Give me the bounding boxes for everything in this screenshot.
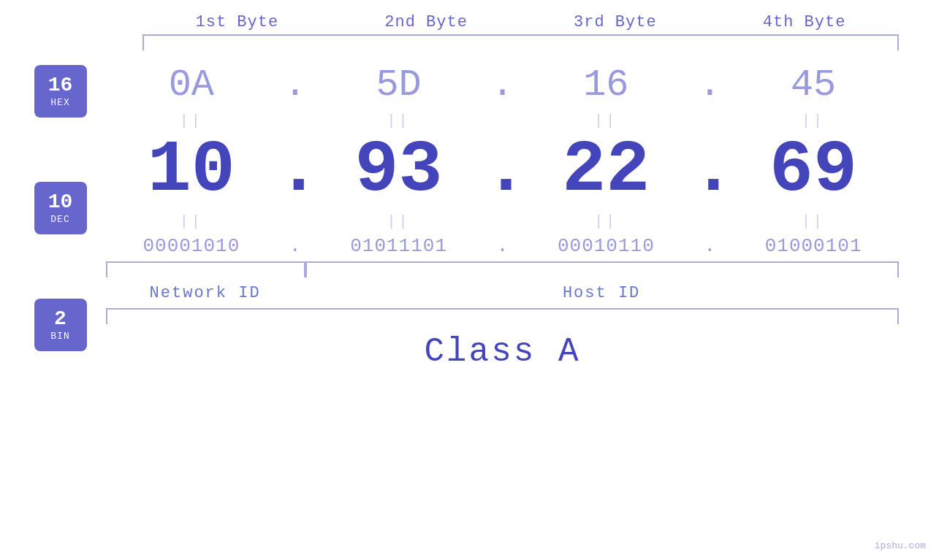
page-wrapper: 1st Byte 2nd Byte 3rd Byte 4th Byte 16 H… [0,0,939,560]
dec-val-4: 69 [728,134,899,207]
hex-dot-3: . [691,64,728,107]
hex-dot-1: . [277,64,313,107]
host-bracket [305,261,899,277]
eq2-2: || [313,213,484,230]
eq1-2: || [313,112,484,129]
hex-badge-num: 16 [48,74,73,97]
hex-badge: 16 HEX [34,65,87,118]
bin-dot-2: . [484,235,521,257]
net-host-bracket-row [106,261,899,277]
eq1-1: || [106,112,277,129]
hex-val-2: 5D [313,64,484,107]
dec-badge-label: DEC [50,214,69,225]
full-bottom-bracket [106,308,899,324]
hex-val-3: 16 [521,64,692,107]
eq2-4: || [728,213,899,230]
dec-dot-1: . [277,134,313,207]
main-rows: 16 HEX 10 DEC 2 BIN 0A . [0,50,939,371]
values-column: 0A . 5D . 16 . 45 [106,50,939,371]
bin-badge-label: BIN [50,331,69,342]
dec-dot-3: . [691,134,728,207]
bin-val-2: 01011101 [313,235,484,257]
bin-dot-3: . [691,235,728,257]
network-bracket [106,261,305,277]
hex-val-1: 0A [106,64,277,107]
id-labels-row: Network ID Host ID [106,277,899,308]
byte4-header: 4th Byte [710,13,899,31]
equals-row-2: || || || || [106,207,939,235]
eq1-3: || [521,112,692,129]
byte2-header: 2nd Byte [332,13,521,31]
bin-val-4: 01000101 [728,235,899,257]
dec-badge: 10 DEC [34,182,87,234]
byte3-header: 3rd Byte [521,13,710,31]
bin-val-3: 00010110 [521,235,692,257]
hex-badge-label: HEX [50,97,69,108]
dec-val-3: 22 [521,134,692,207]
byte-headers-row: 1st Byte 2nd Byte 3rd Byte 4th Byte [142,0,899,31]
dec-badge-num: 10 [48,191,73,214]
eq1-4: || [728,112,899,129]
hex-row: 0A . 5D . 16 . 45 [106,64,939,107]
eq2-3: || [521,213,692,230]
bin-row: 00001010 . 01011101 . 00010110 . [106,235,939,257]
byte1-header: 1st Byte [142,13,332,31]
class-a-label: Class A [106,333,899,371]
dec-row: 10 . 93 . 22 . 69 [106,134,939,207]
top-bracket [142,34,899,50]
badges-column: 16 HEX 10 DEC 2 BIN [0,50,106,366]
dec-dot-2: . [484,134,521,207]
bin-badge: 2 BIN [34,299,87,351]
hex-val-4: 45 [728,64,899,107]
bin-val-1: 00001010 [106,235,277,257]
dec-val-1: 10 [106,134,277,207]
network-id-label: Network ID [106,284,304,302]
eq2-1: || [106,213,277,230]
dec-val-2: 93 [313,134,484,207]
host-id-label: Host ID [304,284,899,302]
bin-dot-1: . [277,235,313,257]
hex-dot-2: . [484,64,521,107]
watermark: ipshu.com [875,540,926,551]
bin-badge-num: 2 [54,308,66,331]
